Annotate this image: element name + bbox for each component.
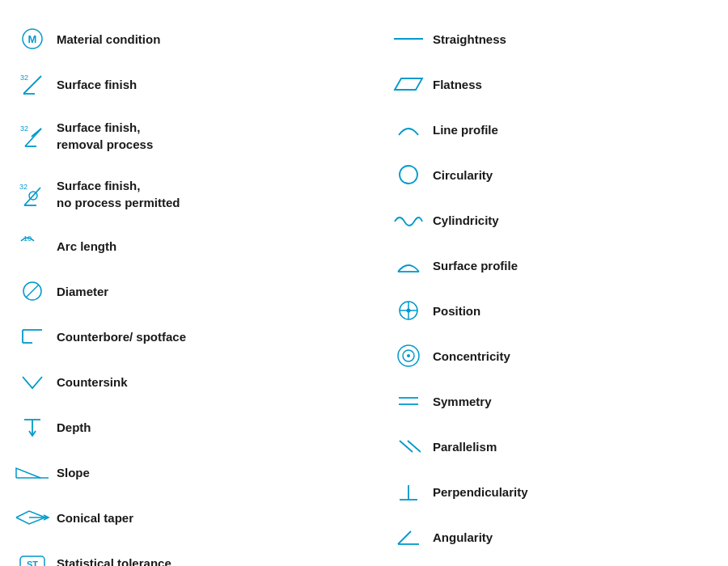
svg-point-34 — [407, 354, 410, 357]
icon-surface-finish-noproc: 32 — [8, 178, 57, 210]
svg-text:M: M — [28, 33, 37, 45]
icon-stat-tolerance: ST — [8, 551, 57, 566]
label-circularity: Circularity — [433, 167, 720, 184]
label-depth: Depth — [57, 419, 344, 436]
label-concentricity: Concentricity — [433, 348, 720, 365]
row-conical-taper: Conical taper — [8, 495, 344, 540]
label-position: Position — [433, 302, 720, 319]
row-arc-length: 10 Arc length — [8, 223, 344, 268]
label-cylindricity: Cylindricity — [433, 212, 720, 229]
svg-line-8 — [32, 129, 41, 137]
icon-material-condition: M — [8, 27, 57, 50]
icon-symmetry — [384, 392, 433, 410]
icon-straightness — [384, 33, 433, 44]
row-straightness: Straightness — [384, 16, 720, 61]
label-parallelism: Parallelism — [433, 438, 720, 455]
label-flatness: Flatness — [433, 76, 720, 93]
row-position: Position — [384, 288, 720, 333]
row-surface-finish-removal: 32 Surface finish, removal process — [8, 107, 344, 165]
left-column: M Material condition 32 Surface finish 3… — [8, 16, 360, 550]
row-parallelism: Parallelism — [384, 424, 720, 469]
svg-line-42 — [398, 531, 411, 544]
row-perpendicularity: Perpendicularity — [384, 469, 720, 514]
icon-countersink — [8, 372, 57, 391]
icon-slope — [8, 463, 57, 481]
icon-perpendicularity — [384, 480, 433, 503]
label-symmetry: Symmetry — [433, 393, 720, 410]
label-counterbore: Counterbore/ spotface — [57, 328, 344, 345]
row-diameter: Diameter — [8, 268, 344, 314]
icon-depth — [8, 415, 57, 439]
svg-text:ST: ST — [27, 560, 38, 566]
icon-circularity — [384, 163, 433, 186]
label-surface-finish: Surface finish — [57, 76, 344, 93]
icon-line-profile — [384, 120, 433, 138]
row-concentricity: Concentricity — [384, 333, 720, 378]
row-surface-finish-noproc: 32 Surface finish, no process permitted — [8, 165, 344, 223]
label-arc-length: Arc length — [57, 238, 344, 255]
svg-text:32: 32 — [20, 125, 28, 133]
svg-marker-25 — [395, 78, 422, 90]
row-cylindricity: Cylindricity — [384, 197, 720, 243]
label-diameter: Diameter — [57, 283, 344, 300]
label-line-profile: Line profile — [433, 121, 720, 138]
row-line-profile: Line profile — [384, 107, 720, 152]
row-counterbore: Counterbore/ spotface — [8, 314, 344, 359]
svg-line-15 — [26, 285, 39, 298]
row-total-runout-1: Total runout — [384, 560, 720, 566]
right-column: Straightness Flatness Line profile — [360, 16, 720, 550]
label-slope: Slope — [57, 464, 344, 481]
row-countersink: Countersink — [8, 359, 344, 404]
icon-position — [384, 299, 433, 322]
row-depth: Depth — [8, 404, 344, 450]
row-material-condition: M Material condition — [8, 16, 344, 61]
icon-angularity — [384, 526, 433, 547]
row-circularity: Circularity — [384, 152, 720, 197]
icon-surface-finish-removal: 32 — [8, 120, 57, 151]
icon-counterbore — [8, 325, 57, 348]
row-surface-profile: Surface profile — [384, 243, 720, 288]
row-flatness: Flatness — [384, 61, 720, 107]
svg-text:32: 32 — [20, 74, 28, 82]
svg-point-31 — [407, 309, 411, 313]
icon-conical-taper — [8, 508, 57, 527]
icon-surface-profile — [384, 256, 433, 275]
label-material-condition: Material condition — [57, 31, 344, 48]
row-symmetry: Symmetry — [384, 378, 720, 424]
label-angularity: Angularity — [433, 529, 720, 546]
icon-concentricity — [384, 343, 433, 369]
label-surface-finish-noproc: Surface finish, no process permitted — [57, 177, 344, 211]
icon-diameter — [8, 280, 57, 302]
icon-arc-length: 10 — [8, 233, 57, 259]
row-surface-finish: 32 Surface finish — [8, 61, 344, 107]
label-perpendicularity: Perpendicularity — [433, 484, 720, 501]
icon-cylindricity — [384, 210, 433, 230]
row-angularity: Angularity — [384, 514, 720, 560]
label-straightness: Straightness — [433, 31, 720, 48]
svg-point-26 — [400, 166, 417, 184]
label-surface-profile: Surface profile — [433, 257, 720, 274]
icon-flatness — [384, 75, 433, 93]
label-surface-finish-removal: Surface finish, removal process — [57, 119, 344, 153]
label-stat-tolerance: Statistical tolerance — [57, 555, 344, 567]
label-countersink: Countersink — [57, 374, 344, 391]
icon-parallelism — [384, 436, 433, 457]
row-slope: Slope — [8, 450, 344, 495]
row-stat-tolerance: ST Statistical tolerance — [8, 540, 344, 566]
icon-surface-finish: 32 — [8, 71, 57, 97]
svg-text:32: 32 — [19, 183, 28, 191]
label-conical-taper: Conical taper — [57, 509, 344, 526]
